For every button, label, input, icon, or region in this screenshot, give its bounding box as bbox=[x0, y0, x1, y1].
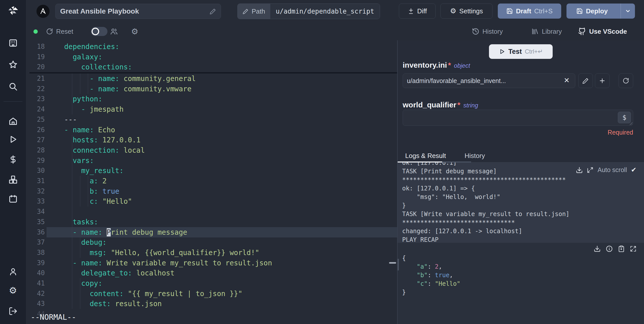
code-line-22[interactable]: 22 - name: community.vmware bbox=[26, 84, 397, 94]
edit-title-icon[interactable] bbox=[210, 8, 216, 15]
code-line-23[interactable]: 23 python: bbox=[26, 94, 397, 104]
sidebar-item-logout[interactable] bbox=[0, 307, 26, 316]
code-line-39[interactable]: 39 - name: Write variable my_result to r… bbox=[26, 258, 397, 268]
code-line-25[interactable]: 25--- bbox=[26, 114, 397, 125]
logs-pane[interactable]: Auto scroll ✔ ok: [127.0.0.1]TASK [Print… bbox=[398, 163, 644, 243]
library-icon bbox=[531, 28, 539, 35]
status-dot bbox=[33, 29, 38, 34]
diff-mode-toggle[interactable] bbox=[91, 27, 107, 36]
insert-variable-button[interactable]: $ bbox=[618, 112, 631, 123]
code-line-38[interactable]: 38 msg: "Hello, {{world_qualifier}} worl… bbox=[26, 248, 397, 258]
result-line: { bbox=[402, 254, 644, 262]
line-number: 34 bbox=[26, 207, 45, 217]
sidebar-item-resources[interactable] bbox=[0, 175, 26, 184]
deploy-button[interactable]: Deploy bbox=[566, 4, 618, 19]
path-field[interactable]: Path u/admin/dependable_script bbox=[237, 4, 380, 19]
test-button[interactable]: Test Ctrl+↵ bbox=[489, 44, 553, 59]
sidebar-item-home[interactable] bbox=[0, 116, 26, 126]
code-line-24[interactable]: 24 - jmespath bbox=[26, 104, 397, 114]
path-label: Path bbox=[252, 8, 265, 15]
result-scrollbar[interactable] bbox=[398, 259, 399, 270]
code-line-30[interactable]: 30 my_result: bbox=[26, 166, 397, 176]
check-icon[interactable]: ✔ bbox=[631, 166, 636, 174]
play-icon bbox=[8, 135, 18, 144]
result-pane[interactable]: { "a": 2, "b": true, "c": "Hello"} bbox=[398, 243, 644, 324]
sidebar-item-apps[interactable] bbox=[0, 38, 26, 48]
code-line-21[interactable]: 21 - name: community.general bbox=[26, 73, 397, 84]
tab-history[interactable]: History bbox=[465, 152, 485, 160]
code-line-42[interactable]: 42 content: "{{ my_result | to_json }}" bbox=[26, 289, 397, 299]
code-line-40[interactable]: 40 delegate_to: localhost bbox=[26, 268, 397, 278]
download-logs-icon[interactable] bbox=[576, 167, 583, 174]
history-button[interactable]: History bbox=[472, 23, 503, 40]
add-resource-button[interactable] bbox=[595, 73, 610, 88]
code-line-34[interactable]: 34 bbox=[26, 207, 397, 217]
script-title-input[interactable]: Great Ansible Playbook bbox=[55, 4, 221, 19]
code-text: dependencies: bbox=[64, 42, 119, 52]
diff-label: Diff bbox=[417, 7, 427, 15]
history-icon bbox=[472, 28, 479, 35]
code-line-19[interactable]: 19 galaxy: bbox=[26, 52, 397, 62]
log-line: TASK [Write variable my_result to result… bbox=[402, 210, 644, 218]
code-line-20[interactable]: 20 collections: bbox=[26, 62, 397, 72]
code-editor[interactable]: 18dependencies:19 galaxy:20 collections:… bbox=[26, 40, 397, 324]
code-line-44[interactable]: 44 bbox=[26, 309, 397, 319]
sidebar-item-account[interactable] bbox=[0, 267, 26, 276]
sidebar-item-schedules[interactable] bbox=[0, 194, 26, 204]
code-line-29[interactable]: 29 vars: bbox=[26, 155, 397, 166]
expand-result-icon[interactable] bbox=[630, 246, 636, 252]
collaborators-button[interactable] bbox=[110, 23, 118, 40]
editor-settings-button[interactable]: ⚙ bbox=[131, 23, 138, 40]
code-text: copy: bbox=[64, 278, 102, 289]
code-line-35[interactable]: 35 tasks: bbox=[26, 217, 397, 227]
code-line-18[interactable]: 18dependencies: bbox=[26, 42, 397, 52]
settings-button[interactable]: ⚙ Settings bbox=[440, 4, 493, 19]
expand-logs-icon[interactable] bbox=[587, 167, 593, 173]
code-line-32[interactable]: 32 b: true bbox=[26, 186, 397, 196]
code-line-28[interactable]: 28 connection: local bbox=[26, 145, 397, 155]
use-vscode-label: Use VScode bbox=[589, 28, 627, 35]
deploy-label: Deploy bbox=[586, 7, 608, 15]
plus-icon bbox=[599, 77, 606, 84]
line-number: 33 bbox=[26, 196, 45, 207]
history-label: History bbox=[482, 28, 503, 35]
reset-button[interactable]: Reset bbox=[46, 23, 73, 40]
use-vscode-button[interactable]: Use VScode bbox=[578, 23, 627, 40]
code-line-26[interactable]: 26- name: Echo bbox=[26, 125, 397, 135]
sidebar-item-variables[interactable] bbox=[0, 155, 26, 164]
deploy-dropdown-button[interactable] bbox=[621, 4, 635, 19]
code-line-41[interactable]: 41 copy: bbox=[26, 278, 397, 289]
sidebar-item-settings[interactable]: ⚙ bbox=[0, 286, 26, 295]
edit-resource-button[interactable] bbox=[578, 73, 593, 88]
library-button[interactable]: Library bbox=[531, 23, 562, 40]
code-line-43[interactable]: 43 dest: result.json bbox=[26, 299, 397, 309]
copy-result-icon[interactable] bbox=[618, 245, 625, 252]
reset-icon bbox=[46, 28, 53, 35]
diff-button[interactable]: Diff bbox=[399, 4, 436, 19]
world-qualifier-textarea[interactable]: $ bbox=[403, 110, 633, 126]
code-text: - name: community.general bbox=[64, 73, 196, 84]
save-icon bbox=[506, 8, 513, 14]
clear-resource-icon[interactable]: ✕ bbox=[564, 77, 570, 84]
code-line-37[interactable]: 37 debug: bbox=[26, 237, 397, 248]
code-line-33[interactable]: 33 c: "Hello" bbox=[26, 196, 397, 207]
tab-logs-result[interactable]: Logs & Result bbox=[405, 152, 446, 160]
download-result-icon[interactable] bbox=[594, 245, 601, 252]
sidebar-item-search[interactable] bbox=[0, 82, 26, 91]
sidebar-item-runs[interactable] bbox=[0, 135, 26, 144]
sticky-scroll-separator bbox=[29, 72, 397, 73]
inventory-resource-input[interactable] bbox=[403, 73, 575, 88]
code-line-36[interactable]: 36 - name: Print debug message bbox=[26, 227, 397, 237]
sidebar-item-favorites[interactable] bbox=[0, 60, 26, 69]
pane-resize-handle[interactable] bbox=[389, 262, 396, 264]
windmill-logo-icon[interactable] bbox=[7, 4, 20, 17]
draft-button[interactable]: Draft Ctrl+S bbox=[498, 4, 561, 19]
code-line-31[interactable]: 31 a: 2 bbox=[26, 176, 397, 186]
dollar-icon bbox=[8, 155, 18, 164]
info-icon[interactable] bbox=[606, 245, 613, 252]
refresh-resource-button[interactable] bbox=[619, 73, 633, 88]
path-label-segment: Path bbox=[238, 4, 270, 19]
code-line-27[interactable]: 27 hosts: 127.0.0.1 bbox=[26, 135, 397, 145]
line-number: 36 bbox=[26, 227, 45, 237]
field-type: object bbox=[454, 62, 470, 69]
